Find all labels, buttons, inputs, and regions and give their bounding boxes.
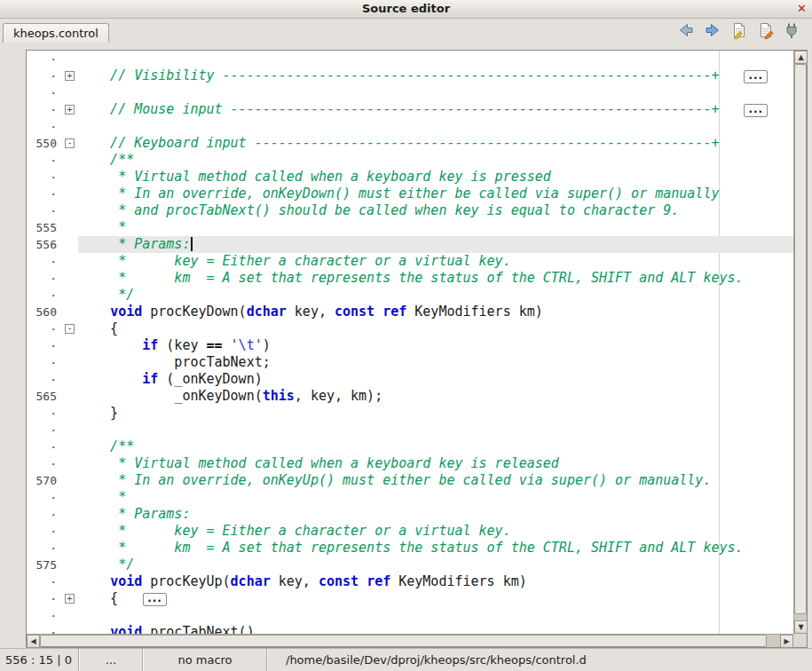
code-line[interactable]: · procTabNext; <box>27 354 793 371</box>
code-text[interactable]: */ <box>78 287 793 304</box>
code-text[interactable]: if (_onKeyDown) <box>78 371 793 388</box>
forward-icon[interactable] <box>704 21 721 39</box>
code-line[interactable]: ·+ // Visibility -----------------------… <box>27 67 793 84</box>
line-number: · <box>27 67 62 84</box>
fold-column <box>62 270 78 287</box>
code-text[interactable]: {... <box>78 590 793 607</box>
code-text[interactable] <box>78 84 793 101</box>
code-line[interactable]: · <box>27 51 793 67</box>
close-icon[interactable]: ✕ <box>797 0 807 18</box>
vertical-scrollbar[interactable]: ▲ ▼ <box>793 51 807 634</box>
code-line[interactable]: · void procKeyUp(dchar key, const ref Ke… <box>27 573 793 590</box>
collapsed-code-ellipsis[interactable]: ... <box>744 70 768 83</box>
code-line[interactable]: · * key = Either a character or a virtua… <box>27 253 793 270</box>
code-line[interactable]: · * In an override, onKeyDown() must eit… <box>27 186 793 202</box>
code-line[interactable]: 555 * <box>27 219 793 236</box>
code-line[interactable]: · void procTabNext() <box>27 624 793 634</box>
code-text[interactable]: procTabNext; <box>78 354 793 371</box>
tab-label: kheops.control <box>13 27 99 40</box>
code-line[interactable]: · * Params: <box>27 506 793 523</box>
code-text[interactable]: * km = A set that represents the status … <box>78 270 793 287</box>
code-text[interactable]: * Virtual method called when a keyboard … <box>78 169 793 186</box>
scroll-down-button[interactable]: ▼ <box>794 620 808 634</box>
fold-collapse-icon[interactable]: - <box>65 324 75 334</box>
code-line[interactable]: 550- // Keyboard input -----------------… <box>27 135 793 152</box>
back-icon[interactable] <box>677 21 695 39</box>
code-text[interactable]: void procTabNext() <box>78 624 793 634</box>
code-text[interactable] <box>78 607 793 624</box>
code-line[interactable]: · /** <box>27 152 793 169</box>
tab-kheops-control[interactable]: kheops.control <box>3 23 109 43</box>
fold-expand-icon[interactable]: + <box>65 71 75 81</box>
code-text[interactable]: * and procTabNext() should be called whe… <box>78 202 793 219</box>
code-text[interactable]: void procKeyUp(dchar key, const ref KeyM… <box>78 573 793 590</box>
code-text[interactable]: if (key == '\t') <box>78 337 793 354</box>
document-edit-icon[interactable] <box>730 21 748 39</box>
code-line[interactable]: · /** <box>27 438 793 455</box>
code-line[interactable]: 570 * In an override, onKeyUp() must eit… <box>27 472 793 489</box>
collapsed-code-ellipsis[interactable]: ... <box>744 104 768 117</box>
plug-icon[interactable] <box>784 21 801 39</box>
code-line[interactable]: · <box>27 118 793 135</box>
code-line[interactable]: · * Virtual method called when a keyboar… <box>27 455 793 472</box>
scroll-up-button[interactable]: ▲ <box>794 51 808 64</box>
fold-expand-icon[interactable]: + <box>65 105 75 114</box>
code-text[interactable]: * key = Either a character or a virtual … <box>78 523 793 540</box>
fold-expand-icon[interactable]: + <box>65 594 75 604</box>
fold-collapse-icon[interactable]: - <box>65 138 75 148</box>
code-line[interactable]: 560 void procKeyDown(dchar key, const re… <box>27 304 793 320</box>
code-line[interactable]: · if (key == '\t') <box>27 337 793 354</box>
horizontal-scrollbar-thumb[interactable] <box>40 635 767 647</box>
code-text[interactable]: } <box>78 405 793 422</box>
code-text[interactable]: /** <box>78 438 793 455</box>
code-line[interactable]: · <box>27 422 793 438</box>
code-text[interactable]: * key = Either a character or a virtual … <box>78 253 793 270</box>
code-text[interactable]: { <box>78 320 793 337</box>
code-text[interactable]: _onKeyDown(this, key, km); <box>78 388 793 405</box>
code-line[interactable]: 575 */ <box>27 557 793 573</box>
code-text[interactable]: /** <box>78 152 793 169</box>
code-text[interactable]: // Mouse input -------------------------… <box>78 101 793 118</box>
code-line[interactable]: · * Virtual method called when a keyboar… <box>27 169 793 186</box>
code-text[interactable]: * In an override, onKeyDown() must eithe… <box>78 186 793 202</box>
code-line[interactable]: ·+ // Mouse input ----------------------… <box>27 101 793 118</box>
code-text[interactable]: * <box>78 219 793 236</box>
scroll-right-button[interactable]: ▶ <box>780 635 793 648</box>
code-line[interactable]: · } <box>27 405 793 422</box>
code-text[interactable]: * <box>78 489 793 506</box>
code-line[interactable]: · * key = Either a character or a virtua… <box>27 523 793 540</box>
collapsed-code-ellipsis[interactable]: ... <box>143 593 167 606</box>
line-number: 570 <box>27 472 62 489</box>
horizontal-scrollbar[interactable]: ◀ ▶ <box>27 634 793 647</box>
code-text[interactable] <box>78 422 793 438</box>
vertical-scrollbar-thumb[interactable] <box>794 64 807 614</box>
code-line[interactable]: · <box>27 607 793 624</box>
code-line[interactable]: · */ <box>27 287 793 304</box>
code-text[interactable]: */ <box>78 557 793 573</box>
code-text[interactable]: void procKeyDown(dchar key, const ref Ke… <box>78 304 793 320</box>
editor-toolbar <box>677 21 801 39</box>
code-line[interactable]: · * km = A set that represents the statu… <box>27 270 793 287</box>
code-line[interactable]: ·- { <box>27 320 793 337</box>
fold-column <box>62 186 78 202</box>
code-line[interactable]: ·+ {... <box>27 590 793 607</box>
code-text[interactable] <box>78 118 793 135</box>
code-text[interactable]: // Keyboard input ----------------------… <box>78 135 793 152</box>
code-text[interactable]: * Params: <box>78 506 793 523</box>
code-editor[interactable]: ··+ // Visibility ----------------------… <box>27 51 793 634</box>
code-text[interactable] <box>78 51 793 67</box>
code-line[interactable]: · * and procTabNext() should be called w… <box>27 202 793 219</box>
code-text[interactable]: * Params: <box>78 236 793 253</box>
code-text[interactable]: // Visibility --------------------------… <box>78 67 793 84</box>
code-text[interactable]: * km = A set that represents the status … <box>78 540 793 557</box>
code-line[interactable]: · if (_onKeyDown) <box>27 371 793 388</box>
code-line[interactable]: · <box>27 84 793 101</box>
code-line[interactable]: 565 _onKeyDown(this, key, km); <box>27 388 793 405</box>
code-line[interactable]: · * km = A set that represents the statu… <box>27 540 793 557</box>
document-edit-icon-2[interactable] <box>757 21 775 39</box>
code-line[interactable]: 556 * Params: <box>27 236 793 253</box>
code-text[interactable]: * Virtual method called when a keyboard … <box>78 455 793 472</box>
code-line[interactable]: · * <box>27 489 793 506</box>
scroll-left-button[interactable]: ◀ <box>27 635 40 648</box>
code-text[interactable]: * In an override, onKeyUp() must either … <box>78 472 793 489</box>
